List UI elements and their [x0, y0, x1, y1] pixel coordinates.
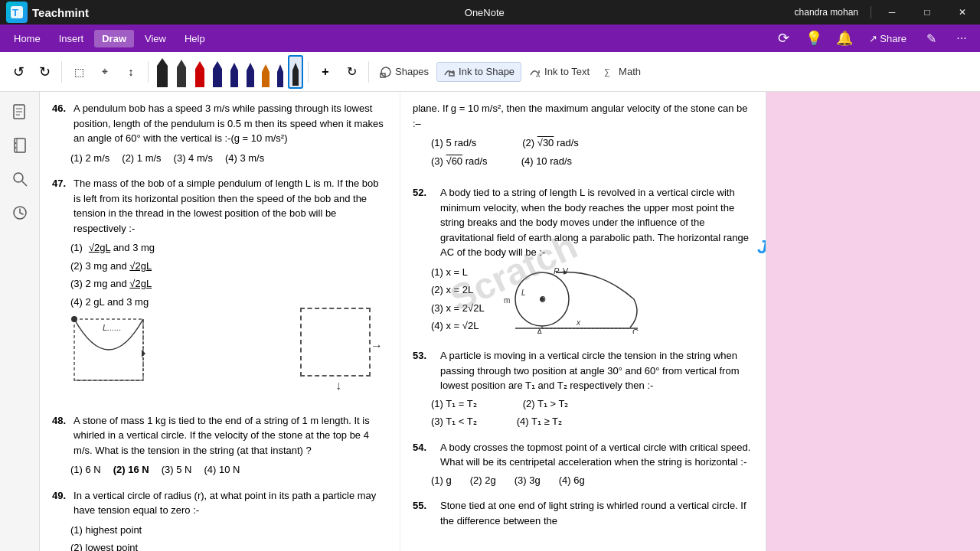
- select-button[interactable]: ⬚: [67, 60, 91, 84]
- sidebar-notebook-icon[interactable]: [6, 132, 34, 159]
- pen-group: [153, 55, 303, 89]
- pen-button-4[interactable]: [210, 55, 225, 89]
- menu-home[interactable]: Home: [6, 30, 48, 47]
- minimize-button[interactable]: ─: [874, 0, 910, 24]
- app-name: Teachmint: [32, 6, 89, 19]
- teachmint-logo: T: [6, 2, 28, 23]
- circular-diagram: P V m O L: [500, 265, 645, 338]
- sidebar-search-icon[interactable]: [6, 165, 34, 193]
- shapes-button[interactable]: Shapes: [374, 63, 435, 81]
- right-panel: [766, 92, 980, 551]
- pen-button-6[interactable]: [243, 55, 257, 89]
- svg-marker-2: [157, 58, 168, 87]
- share-button[interactable]: ↗ Share: [863, 26, 913, 51]
- pen-button-9[interactable]: [288, 55, 303, 89]
- q53-number: 53.: [413, 348, 436, 393]
- pen-button-3[interactable]: [191, 55, 208, 89]
- svg-text:∑: ∑: [604, 67, 610, 77]
- q49-text: In a vertical circle of radius (r), at w…: [74, 488, 387, 518]
- q47-opt2: (2) 3 mg and √2gL: [70, 259, 387, 274]
- more-icon[interactable]: ···: [949, 26, 974, 51]
- q46-opt2: (2) 1 m/s: [122, 151, 161, 166]
- q49-opt1: (1) highest point: [70, 523, 387, 538]
- title-divider: [871, 6, 871, 18]
- question-53: 53. A particle is moving in a vertical c…: [413, 348, 753, 429]
- q46-opt1: (1) 2 m/s: [70, 151, 109, 166]
- svg-marker-4: [195, 61, 204, 87]
- ink-to-shape-button[interactable]: Ink to Shape: [436, 62, 521, 82]
- add-pen-button[interactable]: +: [313, 60, 338, 84]
- q48-opt3: (3) 5 N: [162, 462, 192, 478]
- menu-view[interactable]: View: [137, 30, 174, 47]
- q46-title: 46. A pendulum bob has a speed 3 m/s whi…: [52, 101, 387, 146]
- q53-opts-row2: (3) T₁ < T₂ (4) T₁ ≥ T₂: [431, 414, 753, 429]
- redo-button[interactable]: ↻: [32, 60, 57, 84]
- pen-button-8[interactable]: [274, 55, 286, 89]
- menu-insert[interactable]: Insert: [51, 30, 92, 47]
- q51-opt2: (2) √30 rad/s: [522, 135, 579, 151]
- shapes-icon: [380, 66, 392, 78]
- question-48: 48. A stone of mass 1 kg is tied to the …: [52, 413, 387, 478]
- svg-marker-8: [262, 64, 270, 87]
- q48-options: (1) 6 N (2) 16 N (3) 5 N (4) 10 N: [70, 462, 387, 478]
- q47-options: (1) √2gL and 3 mg (2) 3 mg and √2gL (3) …: [70, 240, 387, 309]
- q48-text: A stone of mass 1 kg is tied to the end …: [74, 413, 387, 458]
- logo-area: T Teachmint: [6, 2, 89, 23]
- q54-opt2: (2) 2g: [470, 473, 496, 488]
- menu-draw[interactable]: Draw: [94, 30, 134, 47]
- lasso-button[interactable]: ⌖: [93, 60, 117, 84]
- share-label: Share: [880, 33, 906, 44]
- ink-to-text-button[interactable]: A Ink to Text: [523, 63, 596, 81]
- q53-opt1: (1) T₁ = T₂: [431, 396, 477, 412]
- lightbulb-icon[interactable]: 💡: [802, 26, 826, 51]
- spacer-1: [413, 179, 753, 185]
- q53-title: 53. A particle is moving in a vertical c…: [413, 348, 753, 393]
- q46-text: A pendulum bob has a speed 3 m/s while p…: [74, 101, 387, 146]
- q51-opts-row1: (1) 5 rad/s (2) √30 rad/s: [431, 135, 753, 151]
- sidebar-pages-icon[interactable]: [6, 98, 34, 126]
- q46-opt3: (3) 4 m/s: [174, 151, 213, 166]
- q47-opt4: (4) 2 gL and 3 mg: [70, 295, 387, 310]
- q51-opts-row2: (3) √60 rad/s (4) 10 rad/s: [431, 154, 753, 169]
- q47-opt3: (3) 2 mg and √2gL: [70, 276, 387, 292]
- close-button[interactable]: ✕: [945, 0, 980, 24]
- pen-button-2[interactable]: [173, 55, 190, 89]
- menu-help[interactable]: Help: [177, 30, 213, 47]
- svg-text:A: A: [537, 328, 543, 334]
- q48-opt1: (1) 6 N: [70, 462, 101, 478]
- refresh-icon[interactable]: ⟳: [771, 26, 795, 51]
- title-bar-right: chandra mohan ─ □ ✕: [786, 0, 980, 24]
- svg-text:A: A: [536, 72, 541, 78]
- svg-text:m: m: [504, 296, 510, 305]
- svg-marker-3: [177, 60, 186, 87]
- undo-button[interactable]: ↺: [6, 60, 31, 84]
- add-space-button[interactable]: ↕: [119, 60, 143, 84]
- question-49: 49. In a vertical circle of radius (r), …: [52, 488, 387, 552]
- page-right[interactable]: Scratch J plane. If g = 10 m/s², then th…: [400, 92, 766, 551]
- q53-text: A particle is moving in a vertical circl…: [440, 348, 753, 393]
- svg-text:T: T: [12, 7, 18, 18]
- bell-icon[interactable]: 🔔: [832, 26, 857, 51]
- svg-text:P: P: [554, 266, 560, 276]
- page-left[interactable]: 46. A pendulum bob has a speed 3 m/s whi…: [40, 92, 400, 551]
- edit-icon[interactable]: ✎: [919, 26, 943, 51]
- math-button[interactable]: ∑ Math: [597, 63, 647, 81]
- question-52: 52. A body tied to a string of length L …: [413, 185, 753, 337]
- toolbar-divider-1: [61, 61, 62, 83]
- q53-opts-row1: (1) T₁ = T₂ (2) T₁ > T₂: [431, 396, 753, 412]
- q49-options: (1) highest point (2) lowest point: [70, 523, 387, 552]
- sidebar-history-icon[interactable]: [6, 199, 34, 227]
- rotate-button[interactable]: ↻: [339, 60, 364, 84]
- pen-button-7[interactable]: [259, 55, 273, 89]
- pen-button-1[interactable]: [153, 55, 172, 89]
- maximize-button[interactable]: □: [910, 0, 945, 24]
- q52-opt4: (4) x = √2L: [431, 318, 485, 334]
- svg-text:x: x: [576, 318, 581, 327]
- pen-button-5[interactable]: [227, 55, 242, 89]
- q52-opt2: (2) x = 2L: [431, 282, 485, 298]
- q52-content: (1) x = L (2) x = 2L (3) x = 2√2L (4) x …: [413, 265, 753, 338]
- q52-opt1: (1) x = L: [431, 265, 485, 280]
- q53-opt4: (4) T₁ ≥ T₂: [517, 414, 562, 429]
- shapes-label: Shapes: [395, 66, 429, 77]
- title-bar: T Teachmint OneNote chandra mohan ─ □ ✕: [0, 0, 980, 24]
